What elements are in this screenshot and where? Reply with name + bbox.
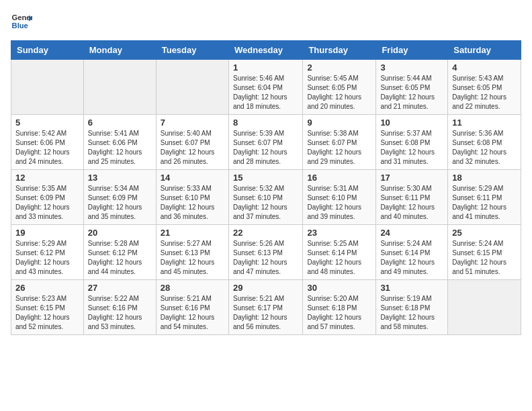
day-number: 13	[88, 173, 152, 183]
calendar-header-row: SundayMondayTuesdayWednesdayThursdayFrid…	[11, 41, 521, 60]
day-number: 24	[380, 228, 443, 238]
day-number: 8	[233, 118, 298, 128]
day-number: 15	[233, 173, 298, 183]
day-info: Sunrise: 5:37 AM Sunset: 6:08 PM Dayligh…	[380, 129, 443, 167]
calendar-cell: 6Sunrise: 5:41 AM Sunset: 6:06 PM Daylig…	[83, 115, 156, 170]
day-number: 28	[161, 283, 224, 293]
day-number: 1	[233, 62, 298, 73]
page-header: General Blue	[11, 11, 521, 32]
day-info: Sunrise: 5:32 AM Sunset: 6:10 PM Dayligh…	[233, 184, 298, 222]
day-number: 26	[15, 283, 79, 293]
calendar-cell: 7Sunrise: 5:40 AM Sunset: 6:07 PM Daylig…	[156, 115, 228, 170]
header-thursday: Thursday	[303, 41, 376, 60]
day-number: 3	[380, 62, 443, 73]
day-info: Sunrise: 5:33 AM Sunset: 6:10 PM Dayligh…	[161, 184, 224, 222]
calendar-cell: 2Sunrise: 5:45 AM Sunset: 6:05 PM Daylig…	[303, 60, 376, 115]
day-info: Sunrise: 5:20 AM Sunset: 6:18 PM Dayligh…	[307, 294, 371, 332]
calendar-cell: 9Sunrise: 5:38 AM Sunset: 6:07 PM Daylig…	[303, 115, 376, 170]
header-wednesday: Wednesday	[228, 41, 302, 60]
day-info: Sunrise: 5:29 AM Sunset: 6:12 PM Dayligh…	[15, 239, 79, 277]
calendar-cell: 11Sunrise: 5:36 AM Sunset: 6:08 PM Dayli…	[448, 115, 521, 170]
logo: General Blue	[11, 11, 32, 32]
calendar-cell: 29Sunrise: 5:21 AM Sunset: 6:17 PM Dayli…	[228, 280, 302, 335]
day-number: 5	[15, 118, 79, 128]
header-saturday: Saturday	[448, 41, 521, 60]
day-number: 16	[307, 173, 371, 183]
day-info: Sunrise: 5:45 AM Sunset: 6:05 PM Dayligh…	[307, 74, 371, 111]
calendar-week-3: 12Sunrise: 5:35 AM Sunset: 6:09 PM Dayli…	[11, 170, 521, 225]
calendar-cell: 4Sunrise: 5:43 AM Sunset: 6:05 PM Daylig…	[448, 60, 521, 115]
day-info: Sunrise: 5:24 AM Sunset: 6:14 PM Dayligh…	[380, 239, 443, 277]
day-info: Sunrise: 5:31 AM Sunset: 6:10 PM Dayligh…	[307, 184, 371, 222]
day-number: 27	[88, 283, 152, 293]
calendar-cell: 15Sunrise: 5:32 AM Sunset: 6:10 PM Dayli…	[228, 170, 302, 225]
calendar-cell: 20Sunrise: 5:28 AM Sunset: 6:12 PM Dayli…	[83, 225, 156, 280]
calendar-cell: 14Sunrise: 5:33 AM Sunset: 6:10 PM Dayli…	[156, 170, 228, 225]
calendar-cell: 17Sunrise: 5:30 AM Sunset: 6:11 PM Dayli…	[376, 170, 448, 225]
calendar-cell: 30Sunrise: 5:20 AM Sunset: 6:18 PM Dayli…	[303, 280, 376, 335]
calendar-week-2: 5Sunrise: 5:42 AM Sunset: 6:06 PM Daylig…	[11, 115, 521, 170]
day-number: 30	[307, 283, 371, 293]
day-info: Sunrise: 5:22 AM Sunset: 6:16 PM Dayligh…	[88, 294, 152, 332]
day-number: 31	[380, 283, 443, 293]
calendar-cell: 28Sunrise: 5:21 AM Sunset: 6:16 PM Dayli…	[156, 280, 228, 335]
day-number: 2	[307, 62, 371, 73]
day-info: Sunrise: 5:21 AM Sunset: 6:17 PM Dayligh…	[233, 294, 298, 332]
header-friday: Friday	[376, 41, 448, 60]
day-info: Sunrise: 5:41 AM Sunset: 6:06 PM Dayligh…	[88, 129, 152, 167]
day-number: 25	[452, 228, 517, 238]
calendar-cell: 8Sunrise: 5:39 AM Sunset: 6:07 PM Daylig…	[228, 115, 302, 170]
calendar-cell: 10Sunrise: 5:37 AM Sunset: 6:08 PM Dayli…	[376, 115, 448, 170]
day-info: Sunrise: 5:26 AM Sunset: 6:13 PM Dayligh…	[233, 239, 298, 277]
day-number: 29	[233, 283, 298, 293]
day-number: 18	[452, 173, 517, 183]
day-info: Sunrise: 5:19 AM Sunset: 6:18 PM Dayligh…	[380, 294, 443, 332]
calendar-cell: 5Sunrise: 5:42 AM Sunset: 6:06 PM Daylig…	[11, 115, 84, 170]
day-number: 17	[380, 173, 443, 183]
day-number: 23	[307, 228, 371, 238]
calendar-cell: 22Sunrise: 5:26 AM Sunset: 6:13 PM Dayli…	[228, 225, 302, 280]
day-info: Sunrise: 5:46 AM Sunset: 6:04 PM Dayligh…	[233, 74, 298, 111]
calendar-cell	[448, 280, 521, 335]
day-info: Sunrise: 5:34 AM Sunset: 6:09 PM Dayligh…	[88, 184, 152, 222]
day-info: Sunrise: 5:42 AM Sunset: 6:06 PM Dayligh…	[15, 129, 79, 167]
day-info: Sunrise: 5:36 AM Sunset: 6:08 PM Dayligh…	[452, 129, 517, 167]
day-info: Sunrise: 5:25 AM Sunset: 6:14 PM Dayligh…	[307, 239, 371, 277]
day-number: 6	[88, 118, 152, 128]
calendar-table: SundayMondayTuesdayWednesdayThursdayFrid…	[11, 40, 521, 335]
day-info: Sunrise: 5:39 AM Sunset: 6:07 PM Dayligh…	[233, 129, 298, 167]
header-monday: Monday	[83, 41, 156, 60]
svg-text:Blue: Blue	[12, 21, 28, 30]
day-info: Sunrise: 5:35 AM Sunset: 6:09 PM Dayligh…	[15, 184, 79, 222]
calendar-cell: 3Sunrise: 5:44 AM Sunset: 6:05 PM Daylig…	[376, 60, 448, 115]
calendar-cell: 12Sunrise: 5:35 AM Sunset: 6:09 PM Dayli…	[11, 170, 84, 225]
day-number: 11	[452, 118, 517, 128]
calendar-cell: 16Sunrise: 5:31 AM Sunset: 6:10 PM Dayli…	[303, 170, 376, 225]
calendar-cell: 21Sunrise: 5:27 AM Sunset: 6:13 PM Dayli…	[156, 225, 228, 280]
header-sunday: Sunday	[11, 41, 84, 60]
day-info: Sunrise: 5:23 AM Sunset: 6:15 PM Dayligh…	[15, 294, 79, 332]
calendar-week-1: 1Sunrise: 5:46 AM Sunset: 6:04 PM Daylig…	[11, 60, 521, 115]
day-info: Sunrise: 5:30 AM Sunset: 6:11 PM Dayligh…	[380, 184, 443, 222]
calendar-cell: 31Sunrise: 5:19 AM Sunset: 6:18 PM Dayli…	[376, 280, 448, 335]
day-info: Sunrise: 5:38 AM Sunset: 6:07 PM Dayligh…	[307, 129, 371, 167]
day-info: Sunrise: 5:27 AM Sunset: 6:13 PM Dayligh…	[161, 239, 224, 277]
day-info: Sunrise: 5:40 AM Sunset: 6:07 PM Dayligh…	[161, 129, 224, 167]
day-info: Sunrise: 5:24 AM Sunset: 6:15 PM Dayligh…	[452, 239, 517, 277]
calendar-cell: 25Sunrise: 5:24 AM Sunset: 6:15 PM Dayli…	[448, 225, 521, 280]
day-number: 14	[161, 173, 224, 183]
calendar-week-5: 26Sunrise: 5:23 AM Sunset: 6:15 PM Dayli…	[11, 280, 521, 335]
day-number: 7	[161, 118, 224, 128]
calendar-cell	[156, 60, 228, 115]
calendar-cell: 13Sunrise: 5:34 AM Sunset: 6:09 PM Dayli…	[83, 170, 156, 225]
day-number: 21	[161, 228, 224, 238]
calendar-cell	[11, 60, 84, 115]
day-info: Sunrise: 5:44 AM Sunset: 6:05 PM Dayligh…	[380, 74, 443, 111]
calendar-cell	[83, 60, 156, 115]
day-number: 22	[233, 228, 298, 238]
day-number: 19	[15, 228, 79, 238]
calendar-cell: 24Sunrise: 5:24 AM Sunset: 6:14 PM Dayli…	[376, 225, 448, 280]
day-number: 9	[307, 118, 371, 128]
day-number: 10	[380, 118, 443, 128]
calendar-cell: 19Sunrise: 5:29 AM Sunset: 6:12 PM Dayli…	[11, 225, 84, 280]
